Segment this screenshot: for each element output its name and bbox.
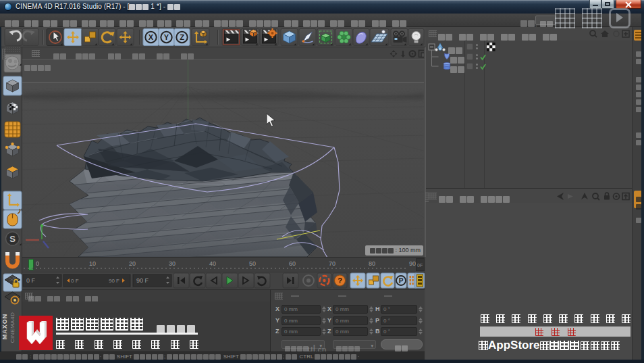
svg-text:S: S <box>9 234 16 244</box>
svg-text:Y: Y <box>164 33 169 41</box>
svg-text:Z: Z <box>180 33 184 41</box>
svg-text:?: ? <box>338 276 342 285</box>
svg-text:X: X <box>149 33 154 41</box>
svg-text:90 F: 90 F <box>136 277 149 284</box>
svg-text:0 F: 0 F <box>71 278 79 284</box>
svg-text:P: P <box>399 277 404 285</box>
svg-text:90 F: 90 F <box>109 278 119 284</box>
svg-text:0 F: 0 F <box>26 277 36 284</box>
